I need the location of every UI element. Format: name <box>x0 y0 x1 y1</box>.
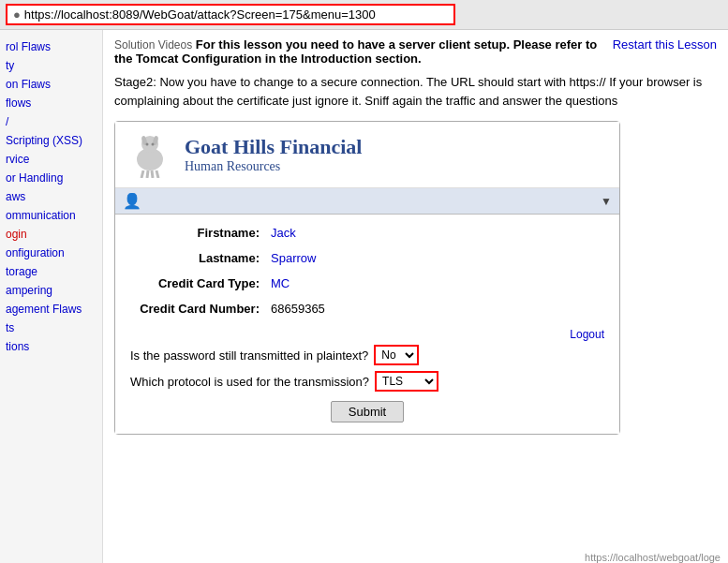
company-name: Goat Hills Financial <box>185 135 362 159</box>
card-number-label: Credit Card Number: <box>130 302 271 316</box>
sidebar-item-8[interactable]: aws <box>4 187 98 206</box>
svg-point-5 <box>152 143 155 146</box>
sidebar-item-0[interactable]: rol Flaws <box>4 37 98 56</box>
lastname-label: Lastname: <box>130 251 271 265</box>
card-number-value: 68659365 <box>271 302 325 316</box>
goat-logo <box>126 131 173 178</box>
panel-header: Goat Hills Financial Human Resources <box>115 122 619 188</box>
svg-line-6 <box>141 170 143 178</box>
toolbar-dropdown-icon[interactable]: ▼ <box>601 195 612 208</box>
lastname-row: Lastname: Sparrow <box>130 251 604 265</box>
question-1-select[interactable]: Yes No <box>374 345 419 365</box>
sidebar-item-12[interactable]: torage <box>4 262 98 281</box>
address-bar[interactable]: ● https://localhost:8089/WebGoat/attack?… <box>6 4 455 25</box>
department-name: Human Resources <box>185 159 362 174</box>
person-icon: 👤 <box>123 192 141 210</box>
sidebar-item-14[interactable]: agement Flaws <box>4 300 98 319</box>
status-text: https://localhost/webgoat/loge <box>585 552 721 563</box>
sidebar-item-4[interactable]: / <box>4 112 98 131</box>
sidebar-item-2[interactable]: on Flaws <box>4 75 98 94</box>
sidebar-item-9[interactable]: ommunication <box>4 206 98 225</box>
sidebar-item-6[interactable]: rvice <box>4 150 98 169</box>
sidebar: rol Flaws ty on Flaws flows / Scripting … <box>0 30 103 563</box>
panel-body: Firstname: Jack Lastname: Sparrow Credit… <box>115 215 619 434</box>
stage-text: Stage2: Now you have to change to a secu… <box>114 73 717 110</box>
sidebar-item-5[interactable]: Scripting (XSS) <box>4 131 98 150</box>
goat-hills-panel: Goat Hills Financial Human Resources 👤 ▼… <box>114 121 620 435</box>
question-1-row: Is the password still transmitted in pla… <box>130 345 604 365</box>
svg-line-8 <box>152 170 153 178</box>
submit-button[interactable]: Submit <box>331 401 404 422</box>
svg-line-7 <box>147 170 148 178</box>
question-1-text: Is the password still transmitted in pla… <box>130 348 368 363</box>
logout-row: Logout <box>130 327 604 341</box>
sidebar-item-16[interactable]: tions <box>4 337 98 356</box>
sidebar-item-15[interactable]: ts <box>4 319 98 337</box>
svg-point-4 <box>146 143 149 146</box>
logout-link[interactable]: Logout <box>570 328 604 341</box>
question-2-text: Which protocol is used for the transmiss… <box>130 375 369 389</box>
lastname-value: Sparrow <box>271 251 316 265</box>
sidebar-item-login[interactable]: ogin <box>4 225 98 244</box>
question-2-row: Which protocol is used for the transmiss… <box>130 371 604 392</box>
sidebar-item-1[interactable]: ty <box>4 56 98 75</box>
card-type-value: MC <box>271 276 290 290</box>
submit-row: Submit <box>130 401 604 422</box>
panel-toolbar: 👤 ▼ <box>115 188 619 215</box>
browser-chrome: ● https://localhost:8089/WebGoat/attack?… <box>0 0 728 30</box>
svg-line-9 <box>156 170 158 178</box>
restart-lesson-link[interactable]: Restart this Lesson <box>613 37 717 52</box>
company-info: Goat Hills Financial Human Resources <box>185 135 362 174</box>
question-2-select[interactable]: SSL TLS HTTPS <box>375 371 438 392</box>
status-bar: https://localhost/webgoat/loge <box>585 552 721 563</box>
card-type-row: Credit Card Type: MC <box>130 276 604 290</box>
sidebar-item-3[interactable]: flows <box>4 94 98 112</box>
main-container: rol Flaws ty on Flaws flows / Scripting … <box>0 30 728 563</box>
card-type-label: Credit Card Type: <box>130 276 271 290</box>
address-text: https://localhost:8089/WebGoat/attack?Sc… <box>24 7 376 22</box>
top-bar: Solution Videos For this lesson you need… <box>114 37 717 66</box>
content-area: Solution Videos For this lesson you need… <box>103 30 728 563</box>
lock-icon: ● <box>13 7 21 22</box>
sidebar-item-7[interactable]: or Handling <box>4 169 98 187</box>
firstname-row: Firstname: Jack <box>130 226 604 240</box>
firstname-value: Jack <box>271 226 296 240</box>
sidebar-item-11[interactable]: onfiguration <box>4 244 98 262</box>
firstname-label: Firstname: <box>130 226 271 240</box>
solution-videos-label: Solution Videos <box>114 38 192 52</box>
card-number-row: Credit Card Number: 68659365 <box>130 302 604 316</box>
sidebar-item-13[interactable]: ampering <box>4 281 98 300</box>
